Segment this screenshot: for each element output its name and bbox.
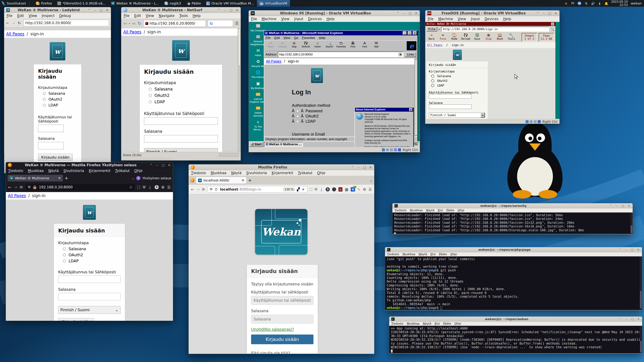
menu-tools[interactable]: Tools xyxy=(179,14,188,18)
menu-inspect[interactable]: Inspect xyxy=(42,14,54,18)
s-extension-icon[interactable]: S xyxy=(326,187,330,191)
menu-icon[interactable]: ☰ xyxy=(368,187,372,192)
maximize-icon[interactable]: ▢ xyxy=(548,11,552,15)
menu-tiedosto[interactable]: Tiedosto xyxy=(8,169,23,173)
minimize-icon[interactable]: – xyxy=(223,8,226,12)
password-input[interactable] xyxy=(251,315,314,324)
scrollbar-vertical[interactable] xyxy=(630,213,632,234)
forward-icon[interactable]: → xyxy=(12,21,15,25)
menu-input[interactable]: Input xyxy=(471,17,480,21)
menu-kirjanmerkit[interactable]: Kirjanmerkit xyxy=(89,169,110,173)
url-input[interactable]: http://192.168.0.20:8000/ xyxy=(24,20,109,26)
menu-devices[interactable]: Devices xyxy=(308,17,322,21)
back-icon[interactable]: ← xyxy=(6,21,9,25)
menu-tyokalut[interactable]: Työkalut xyxy=(115,169,130,173)
pencil-extension-icon[interactable]: ✎ xyxy=(358,187,360,192)
password-input[interactable] xyxy=(429,105,472,109)
shade-icon[interactable]: ⌃ xyxy=(619,318,622,321)
forward-button[interactable]: ➡Forw xyxy=(438,33,448,40)
minimize-icon[interactable]: – xyxy=(357,165,360,169)
shield-icon[interactable]: ⛨ xyxy=(210,187,212,191)
minimize-icon[interactable]: – xyxy=(625,318,628,321)
reader-mode-icon[interactable]: ▞ xyxy=(297,187,300,191)
radio-password[interactable] xyxy=(43,92,46,95)
term1-titlebar[interactable]: >_ wekan@z: ~/repos/serenity ⌃–▢✕ xyxy=(392,203,632,208)
vboxdos-titlebar[interactable]: DOS FreeDOS [Running] - Oracle VM Virtua… xyxy=(425,10,560,16)
username-input[interactable] xyxy=(251,296,314,305)
page-info-icon[interactable]: 🗋 xyxy=(214,187,218,191)
stop-x-icon[interactable]: ✕ xyxy=(438,27,440,31)
all-pages-link[interactable]: All Pages xyxy=(8,193,26,198)
new-tab-icon[interactable]: + xyxy=(64,176,68,181)
tools-button[interactable]: 🔧Tools xyxy=(506,33,516,40)
vbox95-titlebar[interactable]: 95 Windows 95 [Running] - Oracle VM Virt… xyxy=(249,10,420,16)
username-input[interactable] xyxy=(429,94,472,98)
minimize-icon[interactable]: – xyxy=(542,11,546,15)
vue-devtools-icon[interactable]: V9+ xyxy=(351,187,355,192)
close-icon[interactable]: ✕ xyxy=(235,8,239,12)
minimize-icon[interactable]: – xyxy=(615,204,618,207)
username-input[interactable] xyxy=(144,117,218,125)
shade-icon[interactable]: ⌃ xyxy=(396,11,400,15)
xfce-applications-icon[interactable] xyxy=(1,1,5,5)
menu-ohje[interactable]: Ohje xyxy=(317,171,325,175)
shade-icon[interactable]: ⌃ xyxy=(217,8,220,12)
menu-sivuhistoria[interactable]: Sivuhistoria xyxy=(64,169,84,173)
back-button[interactable]: ⇦Back xyxy=(265,41,276,48)
menu-machine[interactable]: Machine xyxy=(438,17,453,21)
clock[interactable]: 2023-05-1022:53 xyxy=(611,0,628,6)
scrollbar-vertical[interactable]: ▲▼ xyxy=(414,58,418,137)
maximize-icon[interactable]: ▢ xyxy=(363,165,366,169)
forgot-password-link[interactable]: Unohditko salasanasi? xyxy=(251,327,294,332)
file-button[interactable]: File xyxy=(426,27,437,31)
tabs-list-chevron-icon[interactable]: ⌄ xyxy=(370,178,372,182)
ffpriv-titlebar[interactable]: WeKan ® Multiverse — Mozilla Firefox Yks… xyxy=(6,162,173,168)
menu-file[interactable]: File xyxy=(266,36,271,40)
shade-icon[interactable]: ⌃ xyxy=(351,165,354,169)
forward-button[interactable]: ⇨Forward xyxy=(277,41,288,48)
tab-close-icon[interactable]: ✕ xyxy=(242,178,244,182)
back-icon[interactable]: ← xyxy=(8,185,11,189)
shade-icon[interactable]: ⌃ xyxy=(618,248,622,251)
menu-edit[interactable]: Edit xyxy=(17,14,24,18)
radio-ldap[interactable] xyxy=(63,259,66,263)
menu-sivuhistoria[interactable]: Sivuhistoria xyxy=(246,171,267,175)
forward-icon[interactable]: → xyxy=(196,187,200,192)
stop-button[interactable]: ⊠Stop xyxy=(484,33,494,40)
close-icon[interactable]: ✕ xyxy=(637,318,640,321)
bookmark-star-icon[interactable]: ☆ xyxy=(129,185,132,189)
dropdown-icon[interactable]: ▾ xyxy=(399,53,402,56)
search-input[interactable]: G xyxy=(208,20,233,27)
menu-edit[interactable]: Edit xyxy=(134,14,141,18)
extension-icon[interactable]: ⚙ xyxy=(161,185,165,189)
maximize-icon[interactable]: ▢ xyxy=(100,8,103,12)
signin-button[interactable]: Kirjaudu sisään xyxy=(251,335,314,344)
language-select[interactable]: Finnish / Suomi⌄ xyxy=(58,306,120,314)
password-input[interactable] xyxy=(144,135,218,142)
menu-file[interactable]: File xyxy=(251,17,257,21)
username-input[interactable] xyxy=(58,276,120,283)
reload-icon[interactable]: ⟳ xyxy=(20,185,23,189)
taskbar-virtualbox-manager[interactable]: Oracle VM VirtualBox M... xyxy=(204,0,257,7)
menu-debug[interactable]: Debug xyxy=(59,14,71,18)
menu-view[interactable]: View xyxy=(281,17,290,21)
minimize-icon[interactable]: _ xyxy=(403,31,407,35)
search-icon[interactable]: 🔍 xyxy=(550,27,554,31)
scrollbar-horizontal[interactable] xyxy=(219,153,239,157)
save-button[interactable]: 🖫Save xyxy=(472,33,482,40)
bookmarks-button[interactable]: 🕮Book xyxy=(495,33,505,40)
radio-ldap[interactable] xyxy=(431,84,434,87)
menu-help[interactable]: Help xyxy=(326,17,334,21)
term3-titlebar[interactable]: >_ wekan@z: ~/repos/wekan ⌃–▢✕ xyxy=(389,317,642,322)
dropdown-icon[interactable]: ▾ xyxy=(480,113,485,117)
radio-ldap[interactable] xyxy=(43,104,46,107)
scrollbar-vertical[interactable] xyxy=(640,256,642,310)
menu-muokkaa[interactable]: Muokkaa xyxy=(211,171,226,175)
menu-input[interactable]: Input xyxy=(294,17,303,21)
dillo-titlebar[interactable]: Dillo: WeKan Â® Multiverse ✕ xyxy=(425,22,556,26)
s-extension-icon[interactable]: S xyxy=(155,185,159,189)
url-input[interactable]: http://192.168.0.20:8000/sign-in xyxy=(441,27,549,32)
netsurf-titlebar[interactable]: WeKan ® Multiverse - NetSurf ⌃–▢✕ xyxy=(121,7,241,13)
volume-icon[interactable]: 🔊 xyxy=(591,1,595,5)
stop-button[interactable]: ⊗Stop xyxy=(289,41,300,48)
